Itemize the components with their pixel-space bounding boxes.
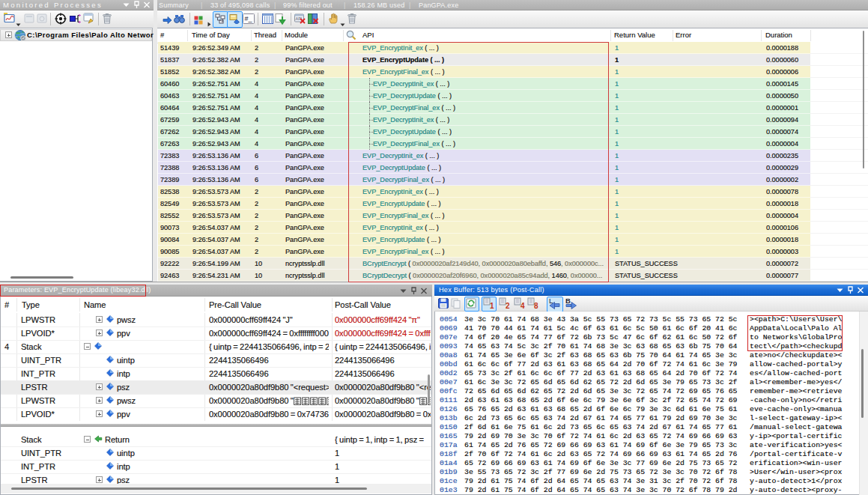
svg-text:1: 1 bbox=[490, 302, 494, 310]
svg-text:2: 2 bbox=[506, 302, 510, 310]
svg-text:B: B bbox=[565, 297, 571, 305]
svg-text:4: 4 bbox=[521, 302, 525, 310]
svg-text:#_: #_ bbox=[245, 15, 253, 22]
svg-text:8: 8 bbox=[534, 302, 538, 310]
